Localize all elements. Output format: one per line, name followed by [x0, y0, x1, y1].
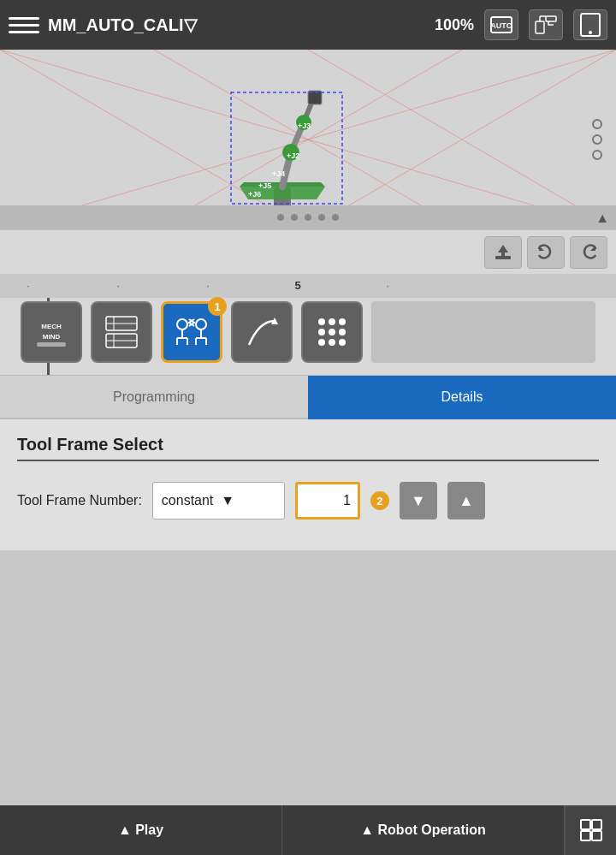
step-dot-1: · [15, 279, 41, 292]
svg-point-65 [339, 339, 346, 346]
robot-operation-button[interactable]: ▲ Robot Operation [282, 805, 565, 855]
circles-overlay [592, 119, 602, 160]
block-filler [371, 301, 595, 363]
step-numbers: · · · 5 · [0, 274, 616, 296]
grid-block[interactable] [301, 301, 363, 363]
stepper-down-button[interactable]: ▼ [400, 482, 437, 520]
step-dot-2: · [105, 279, 131, 292]
step-5: 5 [285, 279, 311, 292]
details-panel: Tool Frame Select Tool Frame Number: con… [0, 419, 616, 550]
dot-1 [277, 214, 284, 221]
app-title: MM_AUTO_CALI▽ [48, 15, 426, 35]
mech-mind-block[interactable]: MECH MIND [21, 301, 82, 363]
tab-details[interactable]: Details [308, 375, 616, 419]
svg-text:AUTO: AUTO [490, 21, 512, 30]
robot-status-icon[interactable] [529, 9, 563, 40]
circle-3 [592, 150, 602, 160]
layout-icon-button[interactable] [565, 805, 616, 855]
param-label: Tool Frame Number: [17, 493, 142, 508]
robot-viewport: +J6 +J5 +J4 +J2 +J3 +J1 ▲ [0, 50, 616, 229]
svg-point-60 [318, 329, 325, 335]
svg-text:+J3: +J3 [298, 122, 311, 130]
blocks-row: MECH MIND 1 [10, 301, 606, 363]
tool-frame-number-input[interactable]: 1 [295, 482, 360, 520]
svg-rect-67 [592, 820, 601, 829]
dropdown-value: constant [162, 493, 216, 508]
svg-marker-34 [498, 245, 508, 256]
svg-point-58 [329, 318, 335, 325]
dot-4 [318, 214, 325, 221]
dropdown-arrow-icon: ▼ [221, 493, 275, 508]
param-row: Tool Frame Number: constant ▼ 1 2 ▼ ▲ [17, 482, 599, 520]
circle-2 [592, 134, 602, 145]
redo-button[interactable] [570, 236, 607, 269]
svg-point-59 [339, 318, 346, 325]
zoom-percent: 100% [435, 16, 474, 34]
tab-programming[interactable]: Programming [0, 375, 308, 419]
svg-rect-69 [592, 831, 601, 840]
svg-point-61 [329, 329, 335, 335]
dot-5 [332, 214, 339, 221]
blocks-container: MECH MIND 1 [0, 298, 616, 375]
svg-point-7 [589, 31, 592, 34]
play-button[interactable]: ▲ Play [0, 805, 282, 855]
svg-rect-33 [495, 256, 511, 259]
input-badge: 2 [370, 491, 389, 510]
stepper-up-button[interactable]: ▲ [447, 482, 485, 520]
svg-text:MECH: MECH [41, 323, 62, 330]
svg-text:+J5: +J5 [258, 181, 271, 190]
dropdown-constant[interactable]: constant ▼ [152, 482, 285, 520]
svg-rect-39 [37, 342, 66, 347]
bottom-bar: ▲ Play ▲ Robot Operation [0, 805, 616, 855]
upload-button[interactable] [484, 236, 522, 269]
svg-text:+J4: +J4 [272, 169, 285, 178]
step-dot-5: · [375, 279, 400, 292]
svg-point-63 [318, 339, 325, 346]
table-block[interactable] [91, 301, 152, 363]
step-dot-3: · [195, 279, 221, 292]
collapse-arrow[interactable]: ▲ [595, 211, 609, 226]
undo-button[interactable] [527, 236, 565, 269]
svg-rect-66 [581, 820, 590, 829]
toolbar-row [0, 229, 616, 274]
dot-2 [291, 214, 298, 221]
switch-block[interactable]: 1 [161, 301, 222, 363]
top-right-controls: 100% AUTO [435, 9, 607, 40]
svg-text:+J2: +J2 [287, 151, 299, 160]
top-bar: MM_AUTO_CALI▽ 100% AUTO [0, 0, 616, 50]
circle-1 [592, 119, 602, 129]
svg-point-64 [329, 339, 335, 346]
svg-point-62 [339, 329, 346, 335]
dot-3 [305, 214, 311, 221]
menu-button[interactable] [9, 9, 39, 40]
svg-point-57 [318, 318, 325, 325]
tabs-row: Programming Details [0, 375, 616, 419]
svg-point-46 [177, 319, 187, 330]
viewport-dots-row: ▲ [0, 205, 616, 229]
svg-rect-3 [546, 16, 556, 21]
path-block[interactable] [231, 301, 293, 363]
svg-rect-2 [536, 21, 544, 33]
svg-point-51 [196, 319, 206, 330]
block-badge-1: 1 [208, 297, 227, 316]
grid-background: +J6 +J5 +J4 +J2 +J3 +J1 [0, 50, 616, 229]
auto-mode-icon[interactable]: AUTO [484, 9, 518, 40]
svg-rect-68 [581, 831, 590, 840]
tablet-icon[interactable] [573, 9, 607, 40]
details-title: Tool Frame Select [17, 435, 599, 461]
svg-text:MIND: MIND [43, 333, 61, 341]
svg-text:+J6: +J6 [248, 190, 261, 199]
